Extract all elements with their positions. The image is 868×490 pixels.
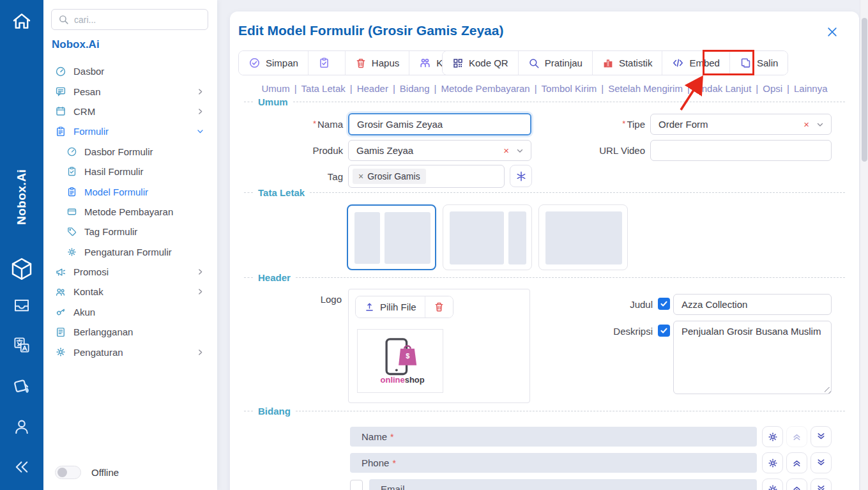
judul-input[interactable] [673,294,832,315]
hapus-button[interactable]: Hapus [346,51,409,75]
field-move-down-button[interactable] [811,452,832,473]
field-row-name[interactable]: Name* [350,427,757,447]
clipboard-check-button[interactable] [308,51,346,75]
field-move-up-button[interactable] [786,479,807,490]
tab-opsi[interactable]: Opsi [763,83,782,94]
layout-block [385,212,430,264]
user-icon[interactable] [12,417,31,437]
field-move-down-button[interactable] [811,479,832,490]
required-asterisk: * [313,119,316,128]
field-move-up-button[interactable] [786,452,807,473]
chevron-down-icon[interactable] [515,146,524,155]
deskripsi-textarea[interactable]: Penjualan Grosir Busana Muslim [673,321,832,394]
judul-label: Judul [570,299,653,310]
sidebar-item-pesan[interactable]: Pesan [52,81,211,101]
tab-setelah-mengirim[interactable]: Setelah Mengirim [608,83,683,94]
dashboard-icon [55,66,66,77]
trash-icon [434,302,445,312]
sidebar-item-akun[interactable]: Akun [52,302,211,322]
chevron-down-icon[interactable] [816,120,825,129]
deskripsi-checkbox[interactable] [658,325,670,337]
page-scrollbar[interactable] [860,0,868,490]
cube-logo-icon[interactable] [8,254,35,284]
home-icon[interactable] [10,9,34,33]
trash-icon [355,57,367,69]
collapse-icon[interactable] [12,457,31,477]
resize-handle[interactable] [825,387,831,394]
email-field-checkbox[interactable] [350,480,363,490]
field-row-phone[interactable]: Phone* [350,453,757,473]
tag-input[interactable]: × Grosir Gamis [348,165,505,188]
sidebar: Nobox.Ai Dasbor Pesan CRM Formulir [43,0,217,490]
sidebar-item-dasbor-formulir[interactable]: Dasbor Formulir [52,142,211,162]
chip-remove-icon[interactable]: × [358,171,363,181]
field-settings-button[interactable] [762,479,783,490]
sidebar-item-metode-pembayaran[interactable]: Metode Pembayaran [52,202,211,222]
new-tag-button[interactable] [510,165,532,187]
layout-option-3[interactable] [538,204,628,270]
sidebar-search[interactable] [51,9,208,30]
tab-umum[interactable]: Umum [261,83,289,94]
toggle-knob [57,468,67,477]
pilih-file-button[interactable]: Pilih File [356,296,425,318]
field-move-up-button[interactable] [786,426,807,447]
logo-preview: $ onlineshop [357,329,443,393]
search-input[interactable] [74,15,201,25]
svg-text:onlineshop: onlineshop [380,375,424,385]
salin-button[interactable]: Salin [730,51,788,75]
translate-icon[interactable] [11,335,32,355]
sidebar-item-promosi[interactable]: Promosi [52,262,211,282]
sidebar-item-hasil-formulir[interactable]: Hasil Formulir [52,162,211,181]
layout-option-1[interactable] [347,204,436,270]
sidebar-item-crm[interactable]: CRM [52,102,211,121]
url-video-input[interactable] [650,140,832,161]
sidebar-item-berlangganan[interactable]: Berlangganan [52,322,211,342]
judul-checkbox[interactable] [658,298,670,310]
sidebar-brand: Nobox.Ai [52,38,100,51]
deskripsi-label: Deskripsi [570,326,653,337]
tipe-select[interactable]: Order Form × [650,114,832,135]
field-row-email[interactable]: Email [369,479,757,490]
remove-logo-button[interactable] [425,296,453,318]
chevron-down-icon [196,127,204,135]
required-asterisk: * [390,432,393,442]
sidebar-item-model-formulir[interactable]: Model Formulir [52,181,211,201]
produk-label: Produk [260,145,343,156]
field-settings-button[interactable] [762,426,783,447]
tab-tata-letak[interactable]: Tata Letak [301,83,346,94]
check-icon [660,326,668,335]
gear-icon [55,346,66,358]
tab-metode-pembayaran[interactable]: Metode Pembayaran [441,83,529,94]
field-settings-button[interactable] [762,452,783,473]
paint-icon[interactable] [10,376,33,399]
inbox-icon[interactable] [11,295,32,316]
tab-bidang[interactable]: Bidang [400,83,430,94]
statistik-button[interactable]: Statistik [593,51,663,75]
scrollbar-thumb[interactable] [862,18,867,162]
close-icon[interactable] [826,26,839,38]
sidebar-item-kontak[interactable]: Kontak [52,282,211,302]
embed-button[interactable]: Embed [662,51,730,75]
nama-input[interactable] [348,113,531,135]
field-move-down-button[interactable] [811,426,832,447]
sidebar-item-pengaturan[interactable]: Pengaturan [52,342,211,362]
clear-icon[interactable]: × [503,145,509,156]
pratinjau-button[interactable]: Pratinjau [519,51,593,75]
tab-tindak-lanjut[interactable]: Tindak Lanjut [694,83,752,94]
offline-toggle[interactable] [55,466,81,479]
clear-icon[interactable]: × [803,119,809,130]
megaphone-icon [55,266,66,278]
tab-tombol-kirim[interactable]: Tombol Kirim [542,83,597,94]
tab-lainnya[interactable]: Lainnya [794,83,828,94]
layout-option-2[interactable] [443,204,532,270]
sidebar-item-pengaturan-formulir[interactable]: Pengaturan Formulir [52,242,211,262]
tab-header[interactable]: Header [357,83,388,94]
sidebar-item-formulir[interactable]: Formulir [52,121,211,141]
sidebar-item-tag-formulir[interactable]: Tag Formulir [52,222,211,241]
simpan-button[interactable]: Simpan [239,51,308,75]
sidebar-item-dasbor[interactable]: Dasbor [52,61,211,81]
two-people-icon [419,57,431,69]
kode-qr-button[interactable]: Kode QR [443,51,519,75]
tag-icon [66,226,77,237]
produk-select[interactable]: Gamis Zeyaa × [348,140,531,161]
